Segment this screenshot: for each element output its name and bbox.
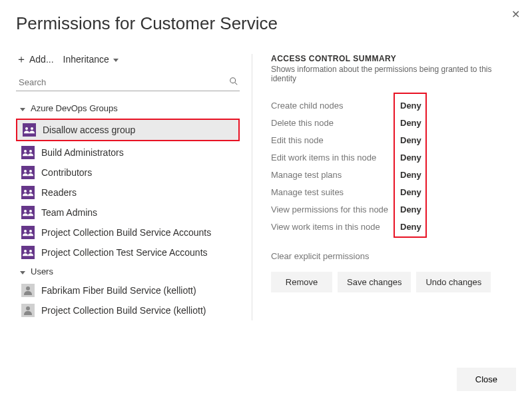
- inheritance-dropdown[interactable]: Inheritance: [63, 54, 119, 65]
- group-header-azure-devops[interactable]: Azure DevOps Groups: [16, 99, 240, 117]
- tree-item-contributors[interactable]: Contributors: [16, 163, 240, 183]
- search-input[interactable]: [17, 77, 229, 88]
- permission-label: Edit this node: [271, 135, 395, 145]
- group-icon: [21, 206, 35, 219]
- dialog-title: Permissions for Customer Service: [16, 13, 516, 34]
- svg-point-5: [29, 150, 32, 153]
- svg-point-0: [230, 78, 236, 83]
- permission-label: Manage test suites: [271, 187, 395, 197]
- permission-label: View permissions for this node: [271, 204, 395, 214]
- permission-value: Deny: [395, 135, 421, 145]
- selection-highlight: Disallow access group: [16, 119, 240, 141]
- group-header-users[interactable]: Users: [16, 262, 240, 280]
- group-icon: [21, 246, 35, 259]
- permission-row[interactable]: Manage test plans Deny: [271, 166, 516, 183]
- group-icon: [21, 166, 35, 179]
- permission-value: Deny: [395, 101, 421, 111]
- group-icon: [21, 186, 35, 199]
- add-label: Add...: [29, 54, 54, 65]
- add-button[interactable]: ＋ Add...: [16, 54, 54, 65]
- permission-label: Edit work items in this node: [271, 153, 395, 163]
- svg-point-9: [29, 190, 32, 193]
- permission-row[interactable]: Manage test suites Deny: [271, 183, 516, 201]
- search-icon: [229, 77, 238, 88]
- chevron-down-icon: [20, 103, 28, 113]
- svg-point-7: [29, 170, 32, 173]
- svg-point-2: [25, 127, 28, 130]
- svg-point-11: [29, 210, 32, 212]
- permission-label: Manage test plans: [271, 170, 395, 180]
- permission-row[interactable]: View work items in this node Deny: [271, 218, 516, 235]
- tree-item-label: Project Collection Test Service Accounts: [41, 247, 208, 258]
- tree-item-label: Project Collection Build Service (kellio…: [41, 305, 206, 316]
- tree-item-build-administrators[interactable]: Build Administrators: [16, 143, 240, 163]
- permission-row[interactable]: Delete this node Deny: [271, 114, 516, 131]
- group-icon: [21, 226, 35, 239]
- tree-item-team-admins[interactable]: Team Admins: [16, 203, 240, 222]
- tree-item-readers[interactable]: Readers: [16, 183, 240, 203]
- summary-subtitle: Shows information about the permissions …: [271, 65, 516, 83]
- inheritance-label: Inheritance: [63, 54, 109, 65]
- tree-item-pc-build-service-accounts[interactable]: Project Collection Build Service Account…: [16, 222, 240, 242]
- svg-point-10: [24, 210, 27, 212]
- remove-button[interactable]: Remove: [271, 272, 332, 292]
- tree-item-pc-test-service-accounts[interactable]: Project Collection Test Service Accounts: [16, 242, 240, 262]
- svg-point-12: [24, 230, 27, 232]
- summary-title: ACCESS CONTROL SUMMARY: [271, 54, 516, 63]
- svg-point-8: [24, 190, 27, 193]
- user-icon: [21, 284, 35, 297]
- tree-item-label: Project Collection Build Service Account…: [41, 227, 211, 238]
- tree-item-label: Fabrikam Fiber Build Service (kelliott): [41, 285, 196, 296]
- svg-point-17: [26, 306, 30, 310]
- permission-row[interactable]: Create child nodes Deny: [271, 97, 516, 114]
- chevron-down-icon: [112, 54, 119, 65]
- svg-point-14: [24, 250, 27, 252]
- group-header-label: Users: [31, 266, 53, 276]
- svg-point-4: [24, 150, 27, 153]
- permission-value: Deny: [395, 153, 421, 163]
- permission-row[interactable]: Edit work items in this node Deny: [271, 149, 516, 166]
- group-icon: [23, 123, 36, 137]
- group-header-label: Azure DevOps Groups: [31, 103, 118, 113]
- tree-item-label: Team Admins: [41, 207, 97, 218]
- svg-point-13: [29, 230, 32, 232]
- user-icon: [21, 304, 35, 317]
- permission-label: Create child nodes: [271, 101, 395, 111]
- permission-value: Deny: [395, 187, 421, 197]
- permission-value: Deny: [395, 222, 421, 232]
- save-changes-button[interactable]: Save changes: [338, 272, 411, 292]
- svg-point-15: [29, 250, 32, 252]
- tree-item-label: Build Administrators: [41, 147, 124, 158]
- permission-label: View work items in this node: [271, 222, 395, 232]
- undo-changes-button[interactable]: Undo changes: [416, 272, 491, 292]
- tree-item-fabrikam-build-service[interactable]: Fabrikam Fiber Build Service (kelliott): [16, 280, 240, 300]
- permission-value: Deny: [395, 170, 421, 180]
- close-icon[interactable]: ✕: [511, 9, 520, 20]
- plus-icon: ＋: [16, 54, 27, 65]
- clear-permissions-link[interactable]: Clear explicit permissions: [271, 251, 369, 261]
- permission-value: Deny: [395, 204, 421, 214]
- tree-item-label: Readers: [41, 187, 77, 198]
- svg-point-6: [24, 170, 27, 173]
- chevron-down-icon: [20, 266, 28, 276]
- permission-row[interactable]: View permissions for this node Deny: [271, 201, 516, 218]
- group-icon: [21, 146, 35, 159]
- tree-item-pc-build-service-user[interactable]: Project Collection Build Service (kellio…: [16, 300, 240, 320]
- permission-row[interactable]: Edit this node Deny: [271, 131, 516, 149]
- permission-label: Delete this node: [271, 118, 395, 128]
- svg-point-3: [31, 127, 33, 130]
- tree-item-disallow-access-group[interactable]: Disallow access group: [17, 120, 238, 140]
- svg-point-16: [26, 286, 30, 290]
- tree-item-label: Contributors: [41, 167, 92, 178]
- tree-item-label: Disallow access group: [43, 125, 135, 135]
- search-input-wrapper[interactable]: [16, 74, 240, 91]
- svg-line-1: [235, 83, 238, 85]
- close-button[interactable]: Close: [457, 368, 516, 391]
- permission-value: Deny: [395, 118, 421, 128]
